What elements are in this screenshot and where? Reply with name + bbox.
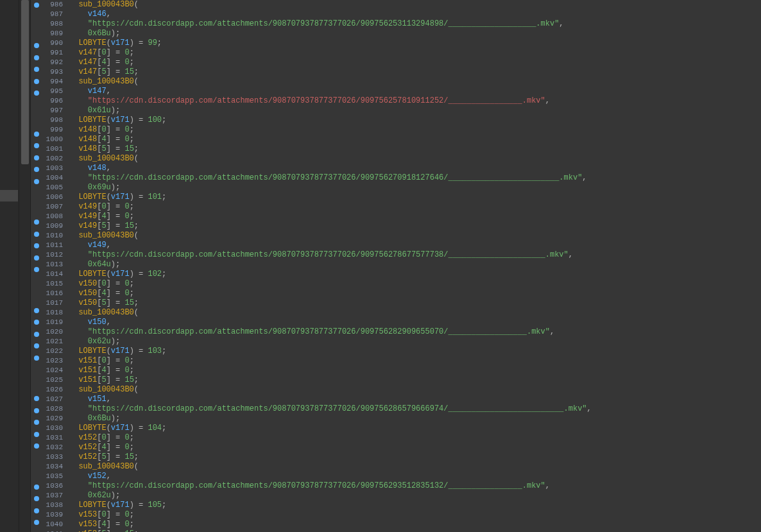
breakpoint-dot[interactable] [34, 356, 39, 361]
code-line[interactable]: v151[5] = 15; [69, 375, 761, 385]
breakpoint-dot[interactable] [34, 43, 39, 48]
breakpoint-dot[interactable] [34, 508, 39, 513]
breakpoint-dot[interactable] [34, 90, 39, 96]
code-line[interactable]: LOBYTE(v171) = 99; [69, 39, 761, 48]
code-line[interactable]: v150[5] = 15; [69, 298, 761, 308]
code-line[interactable]: v152, [69, 472, 761, 481]
line-number: 1006 [42, 193, 63, 202]
code-line[interactable]: "https://cdn.discordapp.com/attachments/… [69, 404, 761, 414]
code-line[interactable]: v148[0] = 0; [69, 125, 761, 135]
code-line[interactable]: LOBYTE(v171) = 103; [69, 347, 761, 356]
code-line[interactable]: "https://cdn.discordapp.com/attachments/… [69, 96, 761, 106]
scrollbar[interactable] [19, 0, 31, 532]
code-line[interactable]: 0x62u); [69, 337, 761, 347]
code-line[interactable]: 0x69u); [69, 183, 761, 193]
code-line[interactable]: v149[0] = 0; [69, 202, 761, 212]
breakpoint-dot[interactable] [34, 520, 39, 525]
code-line[interactable]: sub_100043B0( [69, 308, 761, 318]
code-line[interactable]: v147, [69, 87, 761, 96]
code-line[interactable]: v150[4] = 0; [69, 289, 761, 298]
code-line[interactable]: sub_100043B0( [69, 462, 761, 472]
code-line[interactable]: v147[0] = 0; [69, 48, 761, 58]
code-line[interactable]: 0x64u); [69, 260, 761, 270]
code-area[interactable]: sub_100043B0( v146, "https://cdn.discord… [67, 0, 761, 532]
line-number: 1026 [42, 385, 63, 395]
line-number: 999 [42, 125, 63, 135]
code-line[interactable]: v152[4] = 0; [69, 443, 761, 452]
breakpoint-dot[interactable] [34, 219, 39, 225]
breakpoint-dot[interactable] [34, 155, 39, 160]
code-line[interactable]: v150, [69, 318, 761, 327]
breakpoint-dot[interactable] [34, 243, 39, 248]
code-line[interactable]: v153[4] = 0; [69, 520, 761, 529]
breakpoint-gutter[interactable] [31, 0, 42, 532]
code-line[interactable]: v146, [69, 10, 761, 19]
code-line[interactable]: "https://cdn.discordapp.com/attachments/… [69, 327, 761, 337]
code-line[interactable]: v151[4] = 0; [69, 366, 761, 375]
code-line[interactable]: v152[5] = 15; [69, 452, 761, 462]
code-line[interactable]: 0x62u); [69, 491, 761, 501]
line-number: 1029 [42, 414, 63, 424]
gutter-tab[interactable] [0, 190, 18, 202]
breakpoint-dot[interactable] [34, 496, 39, 501]
code-line[interactable]: v148, [69, 164, 761, 173]
code-line[interactable]: "https://cdn.discordapp.com/attachments/… [69, 173, 761, 183]
breakpoint-dot[interactable] [34, 167, 39, 172]
code-line[interactable]: "https://cdn.discordapp.com/attachments/… [69, 481, 761, 491]
breakpoint-dot[interactable] [34, 420, 39, 425]
code-line[interactable]: v149[5] = 15; [69, 221, 761, 231]
breakpoint-dot[interactable] [34, 143, 39, 148]
breakpoint-dot[interactable] [34, 3, 39, 8]
code-line[interactable]: 0x6Bu); [69, 414, 761, 424]
code-line[interactable]: LOBYTE(v171) = 101; [69, 193, 761, 202]
code-line[interactable]: 0x6Bu); [69, 29, 761, 39]
code-line[interactable]: sub_100043B0( [69, 385, 761, 395]
line-number: 1028 [42, 404, 63, 414]
breakpoint-dot[interactable] [34, 267, 39, 272]
breakpoint-dot[interactable] [34, 232, 39, 237]
code-line[interactable]: v147[5] = 15; [69, 67, 761, 77]
breakpoint-dot[interactable] [34, 308, 39, 313]
line-number: 1020 [42, 327, 63, 337]
breakpoint-dot[interactable] [34, 79, 39, 84]
code-line[interactable]: LOBYTE(v171) = 102; [69, 270, 761, 279]
code-line[interactable]: sub_100043B0( [69, 0, 761, 10]
code-line[interactable]: v153[5] = 15; [69, 529, 761, 532]
code-line[interactable]: v153[0] = 0; [69, 510, 761, 520]
code-line[interactable]: LOBYTE(v171) = 100; [69, 116, 761, 125]
code-line[interactable]: v151[0] = 0; [69, 356, 761, 366]
breakpoint-dot[interactable] [34, 432, 39, 437]
code-line[interactable]: LOBYTE(v171) = 105; [69, 501, 761, 510]
scrollbar-thumb[interactable] [21, 0, 29, 164]
code-line[interactable]: v149, [69, 241, 761, 250]
code-line[interactable]: v152[0] = 0; [69, 433, 761, 443]
code-line[interactable]: sub_100043B0( [69, 154, 761, 164]
code-line[interactable]: "https://cdn.discordapp.com/attachments/… [69, 250, 761, 260]
breakpoint-dot[interactable] [34, 343, 39, 348]
code-line[interactable]: sub_100043B0( [69, 77, 761, 87]
code-line[interactable]: LOBYTE(v171) = 104; [69, 424, 761, 433]
breakpoint-dot[interactable] [34, 255, 39, 261]
breakpoint-dot[interactable] [34, 396, 39, 401]
code-line[interactable]: v149[4] = 0; [69, 212, 761, 221]
breakpoint-dot[interactable] [34, 179, 39, 184]
line-number: 994 [42, 77, 63, 87]
breakpoint-dot[interactable] [34, 132, 39, 137]
breakpoint-dot[interactable] [34, 485, 39, 490]
breakpoint-dot[interactable] [34, 67, 39, 72]
line-number: 1014 [42, 270, 63, 279]
code-line[interactable]: 0x61u); [69, 106, 761, 116]
line-number: 1015 [42, 279, 63, 289]
code-line[interactable]: v148[4] = 0; [69, 135, 761, 144]
code-line[interactable]: v150[0] = 0; [69, 279, 761, 289]
breakpoint-dot[interactable] [34, 320, 39, 325]
code-line[interactable]: v148[5] = 15; [69, 144, 761, 154]
code-line[interactable]: "https://cdn.discordapp.com/attachments/… [69, 19, 761, 29]
breakpoint-dot[interactable] [34, 332, 39, 337]
breakpoint-dot[interactable] [34, 408, 39, 413]
breakpoint-dot[interactable] [34, 55, 39, 60]
code-line[interactable]: v147[4] = 0; [69, 58, 761, 67]
breakpoint-dot[interactable] [34, 443, 39, 449]
code-line[interactable]: v151, [69, 395, 761, 404]
code-line[interactable]: sub_100043B0( [69, 231, 761, 241]
